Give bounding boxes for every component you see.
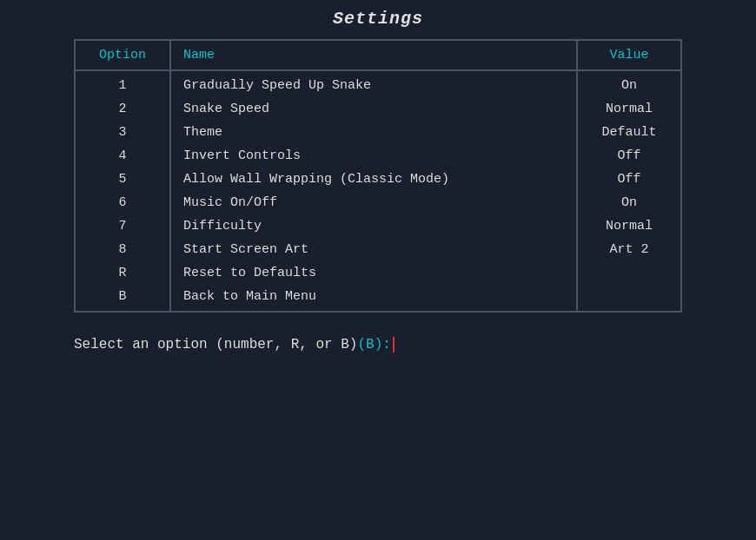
header-option: Option	[75, 40, 170, 70]
prompt-highlight-text: (B):	[357, 337, 390, 352]
row-name: Difficulty	[170, 214, 577, 238]
row-name: Music On/Off	[170, 191, 577, 214]
row-value: Off	[577, 168, 681, 191]
row-option: B	[75, 285, 170, 312]
row-value: Off	[577, 144, 681, 168]
row-name: Allow Wall Wrapping (Classic Mode)	[170, 168, 577, 191]
row-value: Normal	[577, 214, 681, 238]
row-option: 4	[75, 144, 170, 168]
header-value: Value	[577, 40, 681, 70]
row-value: Art 2	[577, 238, 681, 261]
table-row: 1Gradually Speed Up SnakeOn	[75, 70, 681, 97]
row-value	[577, 285, 681, 312]
table-row: 2Snake SpeedNormal	[75, 97, 681, 121]
row-option: 6	[75, 191, 170, 214]
row-option: 5	[75, 168, 170, 191]
header-name: Name	[170, 40, 577, 70]
row-option: 8	[75, 238, 170, 261]
table-row: 7DifficultyNormal	[75, 214, 681, 238]
prompt-cursor	[393, 337, 395, 352]
row-name: Reset to Defaults	[170, 261, 577, 285]
settings-table: Option Name Value 1Gradually Speed Up Sn…	[74, 39, 682, 313]
row-option: R	[75, 261, 170, 285]
row-name: Gradually Speed Up Snake	[170, 70, 577, 97]
table-row: 5Allow Wall Wrapping (Classic Mode)Off	[75, 168, 681, 191]
row-option: 2	[75, 97, 170, 121]
table-row: 3ThemeDefault	[75, 121, 681, 144]
row-value	[577, 261, 681, 285]
table-row: BBack to Main Menu	[75, 285, 681, 312]
row-value: Normal	[577, 97, 681, 121]
page-title: Settings	[333, 9, 423, 29]
row-name: Theme	[170, 121, 577, 144]
row-option: 1	[75, 70, 170, 97]
table-row: 6Music On/OffOn	[75, 191, 681, 214]
row-name: Back to Main Menu	[170, 285, 577, 312]
table-header-row: Option Name Value	[75, 40, 681, 70]
row-value: Default	[577, 121, 681, 144]
row-name: Invert Controls	[170, 144, 577, 168]
row-name: Start Screen Art	[170, 238, 577, 261]
table-row: 4Invert ControlsOff	[75, 144, 681, 168]
prompt-area: Select an option (number, R, or B) (B):	[74, 337, 682, 352]
row-option: 3	[75, 121, 170, 144]
prompt-before-text: Select an option (number, R, or B)	[74, 337, 357, 352]
table-row: RReset to Defaults	[75, 261, 681, 285]
row-value: On	[577, 70, 681, 97]
table-row: 8Start Screen ArtArt 2	[75, 238, 681, 261]
row-option: 7	[75, 214, 170, 238]
row-value: On	[577, 191, 681, 214]
row-name: Snake Speed	[170, 97, 577, 121]
